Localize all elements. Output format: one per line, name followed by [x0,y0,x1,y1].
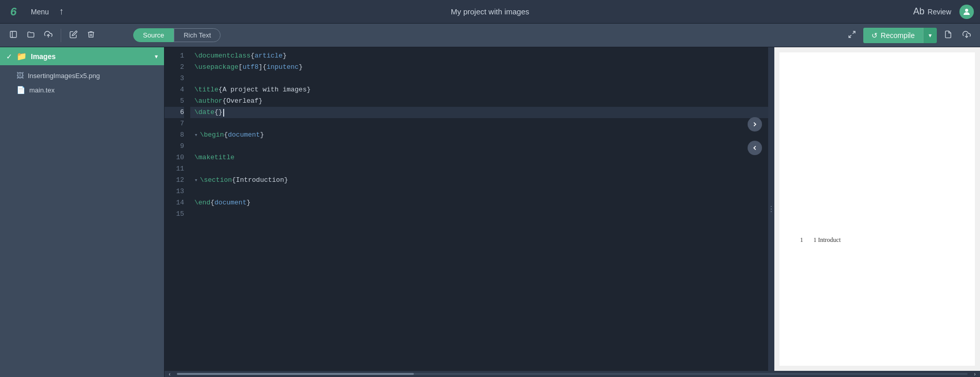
new-folder-button[interactable] [24,28,38,43]
svg-point-0 [965,9,968,12]
recompile-icon: ↺ [872,31,878,40]
top-navbar: 6 Menu ↑ My project with images Ab Revie… [0,0,980,24]
keyword: \begin [200,129,224,141]
scroll-left-arrow[interactable] [748,141,762,155]
review-button[interactable]: Ab Review [913,6,951,17]
tex-filename: main.tex [29,86,55,94]
folder-icon: 📁 [16,51,27,61]
images-folder[interactable]: ✓ 📁 Images ▾ [0,47,164,65]
project-title: My project with images [451,7,530,16]
bottom-scrollbar: ‹ › [165,371,980,377]
document-icon-button[interactable] [941,28,955,43]
recompile-button[interactable]: ↺ Recompile [863,28,923,43]
keyword: \documentclass [194,50,250,62]
code-line-6: \date{} [190,107,768,118]
line-num-15: 15 [165,209,184,220]
scroll-right-btn[interactable]: › [970,371,980,377]
keyword: \section [200,175,232,186]
line-num-13: 13 [165,186,184,197]
line-num-10: 10 [165,152,184,163]
line-num-14: 14 [165,197,184,209]
recompile-dropdown-button[interactable]: ▾ [923,28,937,43]
file-sidebar: ✓ 📁 Images ▾ 🖼 InsertingImagesEx5.png 📄 … [0,47,165,377]
code-content[interactable]: \documentclass{article} \usepackage[utf8… [190,47,768,371]
drag-dot-3 [771,211,772,212]
line-numbers: 1 2 3 4 5 6 7 8 9 10 11 12 13 14 [165,47,190,371]
toolbar-right: ↺ Recompile ▾ [845,28,974,43]
code-line-2: \usepackage[utf8]{inputenc} [190,62,768,73]
fold-icon-12[interactable]: ▾ [194,175,198,186]
line-num-4: 4 [165,84,184,96]
image-filename: InsertingImagesEx5.png [28,72,100,80]
line-num-3: 3 [165,73,184,84]
code-line-13 [190,186,768,197]
line-num-2: 2 [165,62,184,73]
code-line-4: \title{A project with images} [190,84,768,96]
editor-preview-drag-handle[interactable] [768,47,774,371]
cursor [223,109,224,117]
fullscreen-button[interactable] [845,28,859,43]
nav-left: 6 Menu ↑ [6,5,64,19]
line-num-9: 9 [165,141,184,152]
scroll-right-arrow[interactable] [748,117,762,131]
rename-button[interactable] [66,28,81,43]
preview-page-number: 1 [800,236,803,244]
editor-preview-container: 1 2 3 4 5 6 7 8 9 10 11 12 13 14 [165,47,980,377]
new-file-button[interactable] [6,28,21,43]
checkmark-icon: ✓ [6,52,12,61]
drag-dot-1 [771,206,772,207]
code-line-11 [190,163,768,175]
code-line-3 [190,73,768,84]
upload-button[interactable] [41,28,56,43]
main-content: ✓ 📁 Images ▾ 🖼 InsertingImagesEx5.png 📄 … [0,47,980,377]
line-num-11: 11 [165,163,184,175]
code-line-12: ▾\section{Introduction} [190,175,768,186]
toolbar-divider-1 [61,29,61,42]
scroll-left-btn[interactable]: ‹ [165,371,175,377]
app-logo: 6 [6,5,21,19]
code-editor-area[interactable]: 1 2 3 4 5 6 7 8 9 10 11 12 13 14 [165,47,768,371]
code-line-8: ▾\begin{document} [190,129,768,141]
chevron-down-icon: ▾ [155,53,158,60]
scrollbar-track [177,373,968,375]
drag-dot-2 [771,209,772,210]
code-line-9 [190,141,768,152]
user-avatar[interactable] [959,5,974,19]
line-num-6: 6 [165,107,184,118]
download-button[interactable] [959,28,974,43]
line-num-5: 5 [165,96,184,107]
recompile-label: Recompile [881,31,915,40]
review-icon: Ab [913,6,924,17]
code-line-14: \end{document} [190,197,768,209]
code-line-10: \maketitle [190,152,768,163]
keyword: \date [194,107,214,118]
preview-area: 1 1 Introduct [774,47,980,371]
recompile-group: ↺ Recompile ▾ [863,28,937,43]
preview-section-text: 1 1 Introduct [800,236,954,244]
editor-inner: 1 2 3 4 5 6 7 8 9 10 11 12 13 14 [165,47,768,371]
line-num-12: 12 [165,175,184,186]
sidebar-item-image[interactable]: 🖼 InsertingImagesEx5.png [0,68,164,83]
code-line-7 [190,118,768,129]
history-icon[interactable]: ↑ [59,6,64,17]
image-file-icon: 🖼 [16,71,24,80]
svg-line-4 [852,31,855,34]
review-label: Review [928,8,951,16]
delete-button[interactable] [84,28,98,43]
source-tab[interactable]: Source [133,28,174,42]
keyword: \end [194,197,210,209]
line-num-7: 7 [165,118,184,129]
code-line-1: \documentclass{article} [190,50,768,62]
menu-button[interactable]: Menu [27,6,53,18]
code-line-5: \author{Overleaf} [190,96,768,107]
keyword: \author [194,96,223,107]
fold-icon-8[interactable]: ▾ [194,129,198,141]
rich-text-tab[interactable]: Rich Text [174,28,221,42]
svg-line-5 [849,35,851,37]
keyword: \usepackage [194,62,239,73]
line-num-1: 1 [165,50,184,62]
folder-name: Images [31,52,151,61]
sidebar-item-maintex[interactable]: 📄 main.tex [0,83,164,97]
tex-file-icon: 📄 [16,86,25,94]
keyword: \title [194,84,219,96]
